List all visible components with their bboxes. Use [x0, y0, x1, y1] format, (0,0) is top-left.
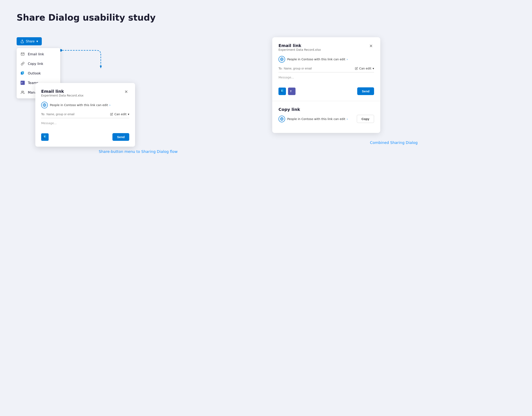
combined-app-icons: O T: [278, 88, 295, 95]
to-field-left: To: Can edit ▾: [41, 112, 129, 118]
pencil-icon-right: [355, 67, 358, 70]
combined-can-edit-chevron: ▾: [373, 67, 374, 70]
message-area-left[interactable]: Message...: [41, 121, 129, 130]
dialog-left-close-button[interactable]: ✕: [123, 89, 129, 95]
right-section-label: Combined Sharing Dialog: [272, 140, 515, 145]
svg-point-7: [22, 91, 23, 92]
app-icons-left: O: [41, 133, 49, 141]
flow-arrow: [59, 49, 105, 69]
combined-message-area[interactable]: Message...: [278, 76, 374, 84]
dialog-left-title: Email link: [41, 89, 84, 94]
combined-copy-link-info: People in Contoso with this link can edi…: [278, 115, 374, 123]
copy-button[interactable]: Copy: [357, 115, 374, 123]
can-edit-badge-left[interactable]: Can edit ▾: [110, 112, 129, 116]
combined-link-info[interactable]: People in Contoso with this link can edi…: [278, 56, 374, 63]
combined-to-field: To: Can edit ▾: [278, 67, 374, 72]
combined-email-section: Email link Experiment Data Record.xlsx ✕…: [272, 37, 380, 101]
copy-link-info-text: People in Contoso with this link can edi…: [287, 117, 348, 121]
share-button[interactable]: Share ▾: [17, 37, 42, 45]
email-dialog-left: Email link Experiment Data Record.xlsx ✕…: [35, 83, 135, 147]
combined-send-button[interactable]: Send: [357, 87, 374, 95]
combined-outlook-icon[interactable]: O: [278, 88, 286, 95]
right-panel: Email link Experiment Data Record.xlsx ✕…: [272, 37, 515, 145]
dialog-left-subtitle: Experiment Data Record.xlsx: [41, 94, 84, 97]
left-panel: Share ▾ Email link: [17, 37, 260, 141]
combined-dialog: Email link Experiment Data Record.xlsx ✕…: [272, 37, 380, 133]
svg-marker-9: [100, 66, 102, 69]
svg-text:T: T: [21, 82, 22, 84]
combined-can-edit-badge[interactable]: Can edit ▾: [355, 67, 374, 70]
link-icon: [20, 61, 25, 66]
combined-to-label: To:: [278, 67, 282, 70]
combined-dialog-close-button[interactable]: ✕: [368, 43, 374, 49]
combined-copy-section: Copy link People in Contoso with this li…: [272, 101, 380, 133]
left-section-label: Share-button menu to Sharing Dialog flow: [17, 149, 260, 154]
share-button-label: Share: [26, 40, 35, 43]
page-title: Share Dialog usability study: [17, 12, 515, 23]
share-icon: [20, 40, 24, 43]
share-chevron: ▾: [36, 39, 38, 43]
svg-text:T: T: [290, 90, 292, 93]
to-input-left[interactable]: [46, 112, 110, 116]
combined-email-subtitle: Experiment Data Record.xlsx: [278, 48, 321, 51]
combined-link-info-text: People in Contoso with this link can edi…: [287, 58, 348, 61]
combined-copy-title: Copy link: [278, 107, 374, 112]
pencil-icon-left: [110, 113, 113, 116]
combined-teams-icon[interactable]: T: [288, 88, 295, 95]
dialog-footer-left: O Send: [41, 133, 129, 141]
manage-access-icon: [20, 90, 25, 95]
can-edit-label-left: Can edit: [114, 112, 127, 116]
menu-item-copy-link-label: Copy link: [28, 62, 43, 66]
combined-dialog-footer: O T Send: [278, 87, 374, 95]
svg-text:O: O: [44, 136, 45, 138]
outlook-icon: O: [20, 71, 25, 76]
combined-email-title: Email link: [278, 43, 321, 48]
send-button-left[interactable]: Send: [113, 133, 129, 141]
combined-can-edit-label: Can edit: [359, 67, 371, 70]
menu-item-copy-link[interactable]: Copy link: [17, 59, 60, 69]
menu-item-email-link[interactable]: Email link: [17, 49, 60, 59]
dialog-left-link-info[interactable]: People in Contoso with this link can edi…: [41, 102, 129, 108]
globe-icon-right: [278, 56, 285, 63]
menu-item-email-link-label: Email link: [28, 52, 44, 56]
svg-text:O: O: [281, 90, 282, 92]
combined-to-input[interactable]: [284, 67, 355, 70]
globe-icon-copy: [278, 116, 285, 122]
menu-item-outlook[interactable]: O Outlook: [17, 69, 60, 78]
menu-item-outlook-label: Outlook: [28, 71, 41, 75]
svg-text:O: O: [22, 72, 23, 74]
link-info-text-left: People in Contoso with this link can edi…: [50, 103, 111, 107]
teams-icon: T: [20, 80, 25, 85]
globe-icon-left: [41, 102, 48, 108]
to-label-left: To:: [41, 112, 45, 116]
email-icon: [20, 52, 25, 56]
outlook-app-icon-left[interactable]: O: [41, 133, 49, 141]
can-edit-chevron-left: ▾: [128, 112, 129, 116]
